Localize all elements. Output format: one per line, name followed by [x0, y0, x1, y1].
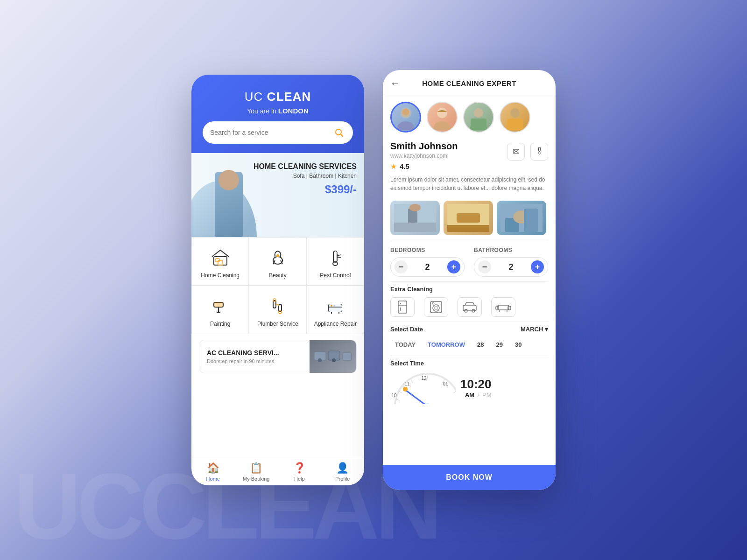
svg-rect-68 [508, 306, 511, 310]
svg-rect-3 [218, 260, 223, 265]
svg-point-33 [402, 109, 409, 115]
avatar-2[interactable] [427, 102, 458, 133]
date-28[interactable]: 28 [472, 337, 488, 352]
ac-card-text: AC CLEANING SERVI... Doorstep repair in … [199, 343, 310, 371]
bedrooms-increment[interactable]: + [447, 260, 460, 273]
svg-point-61 [434, 306, 438, 310]
time-value: 10:20 AM / PM [460, 377, 492, 399]
work-photo-2[interactable] [444, 201, 493, 235]
date-29[interactable]: 29 [491, 337, 507, 352]
svg-rect-50 [447, 225, 489, 232]
am-label[interactable]: AM [465, 392, 474, 399]
nav-home[interactable]: 🏠 Home [191, 462, 235, 482]
expert-url: www.kattyjohnson.com [390, 153, 507, 159]
extra-car[interactable] [458, 297, 482, 317]
extra-washer[interactable] [424, 297, 448, 317]
home-cleaning-icon [209, 246, 232, 269]
service-appliance[interactable]: Appliance Repair [307, 286, 364, 334]
svg-rect-14 [214, 302, 223, 307]
app-title-plain: UC [245, 90, 263, 104]
bathrooms-value: 2 [508, 262, 513, 272]
message-button[interactable]: ✉ [507, 143, 525, 161]
service-plumber[interactable]: Plumber Service [249, 286, 306, 334]
back-button[interactable]: ← [390, 78, 400, 89]
service-beauty[interactable]: Beauty [249, 237, 306, 286]
plumber-icon [266, 294, 289, 318]
extra-sofa[interactable] [491, 297, 515, 317]
work-photo-1[interactable] [390, 201, 440, 235]
search-input[interactable] [210, 129, 332, 136]
nav-profile[interactable]: 👤 Profile [321, 462, 365, 482]
search-icon[interactable] [332, 126, 345, 139]
svg-point-62 [432, 302, 434, 304]
badge-button[interactable]: 🎖 [530, 143, 548, 161]
bathrooms-block: BATHROOMS − 2 + [474, 247, 548, 277]
expert-profile-info: Smith Johnson www.kattyjohnson.com ★ 4.5 [390, 141, 507, 171]
service-home-cleaning[interactable]: Home Cleaning [191, 237, 249, 286]
service-painting-label: Painting [210, 321, 230, 327]
select-time-label: Select Time [390, 360, 548, 367]
booking-nav-icon: 📋 [250, 462, 262, 474]
promo-banner[interactable]: HOME CLEANING SERVICES Sofa | Bathroom |… [191, 153, 364, 237]
date-header: Select Date MARCH ▾ [390, 326, 548, 333]
nav-help[interactable]: ❓ Help [278, 462, 321, 482]
nav-booking[interactable]: 📋 My Booking [235, 462, 278, 482]
ac-promo-card[interactable]: AC CLEANING SERVI... Doorstep repair in … [199, 340, 357, 373]
bathrooms-decrement[interactable]: − [478, 260, 491, 273]
svg-text:10: 10 [391, 393, 397, 398]
help-nav-icon: ❓ [293, 462, 306, 474]
room-counter-section: BEDROOMS − 2 + BATHROOMS − 2 + [383, 242, 556, 281]
appliance-icon [324, 294, 347, 318]
pm-label[interactable]: PM [482, 392, 492, 399]
bedrooms-label: BEDROOMS [390, 247, 465, 253]
avatar-1[interactable] [390, 102, 421, 133]
svg-point-45 [409, 204, 421, 211]
service-beauty-label: Beauty [269, 272, 286, 279]
work-photo-3[interactable] [497, 201, 546, 235]
avatar-3[interactable] [463, 102, 494, 133]
banner-subtitle: Sofa | Bathroom | Kitchen [254, 173, 357, 179]
phone-left: UC CLEAN You are in LONDON HOME CL [191, 75, 364, 485]
service-painting[interactable]: Painting [191, 286, 249, 334]
svg-point-41 [510, 108, 520, 118]
clock-ampm-display: AM / PM [460, 392, 492, 399]
bedrooms-decrement[interactable]: − [395, 260, 408, 273]
bedrooms-counter: − 2 + [390, 257, 465, 277]
svg-point-60 [433, 305, 439, 311]
date-tomorrow[interactable]: TOMORROW [423, 337, 470, 352]
date-30[interactable]: 30 [510, 337, 526, 352]
service-appliance-label: Appliance Repair [314, 321, 357, 327]
star-icon: ★ [390, 162, 397, 171]
extra-fridge[interactable] [390, 297, 415, 317]
rating-value: 4.5 [400, 162, 409, 170]
expert-avatars-row [383, 94, 556, 136]
service-pest-control[interactable]: Pest Control [307, 237, 364, 286]
service-home-cleaning-label: Home Cleaning [201, 272, 240, 279]
date-today[interactable]: TODAY [390, 337, 420, 352]
svg-line-75 [453, 391, 456, 393]
svg-rect-46 [394, 223, 436, 232]
svg-rect-27 [342, 353, 352, 360]
bathrooms-increment[interactable]: + [531, 260, 544, 273]
svg-text:01: 01 [443, 381, 448, 386]
svg-rect-54 [524, 209, 538, 232]
search-bar[interactable] [203, 121, 353, 144]
month-selector[interactable]: MARCH ▾ [521, 326, 548, 333]
date-selection-section: Select Date MARCH ▾ TODAY TOMORROW 28 29… [383, 322, 556, 356]
avatar-4[interactable] [500, 102, 530, 133]
svg-point-31 [397, 121, 414, 130]
svg-point-28 [318, 358, 322, 362]
nav-booking-label: My Booking [243, 476, 269, 482]
svg-rect-66 [498, 305, 509, 310]
bedrooms-value: 2 [425, 262, 430, 272]
detail-header: ← HOME CLEANING EXPERT [383, 70, 556, 94]
service-pest-control-label: Pest Control [320, 272, 351, 279]
svg-text:11: 11 [404, 381, 410, 386]
clock-dial[interactable]: 12 11 10 01 02 [390, 371, 456, 404]
banner-title: HOME CLEANING SERVICES [254, 162, 357, 171]
work-photos-row [383, 198, 556, 242]
bathrooms-counter: − 2 + [474, 257, 548, 277]
background-watermark: UCCLEAN [0, 453, 747, 560]
bedrooms-block: BEDROOMS − 2 + [390, 247, 465, 277]
book-now-button[interactable]: BOOK NOW [383, 465, 556, 490]
